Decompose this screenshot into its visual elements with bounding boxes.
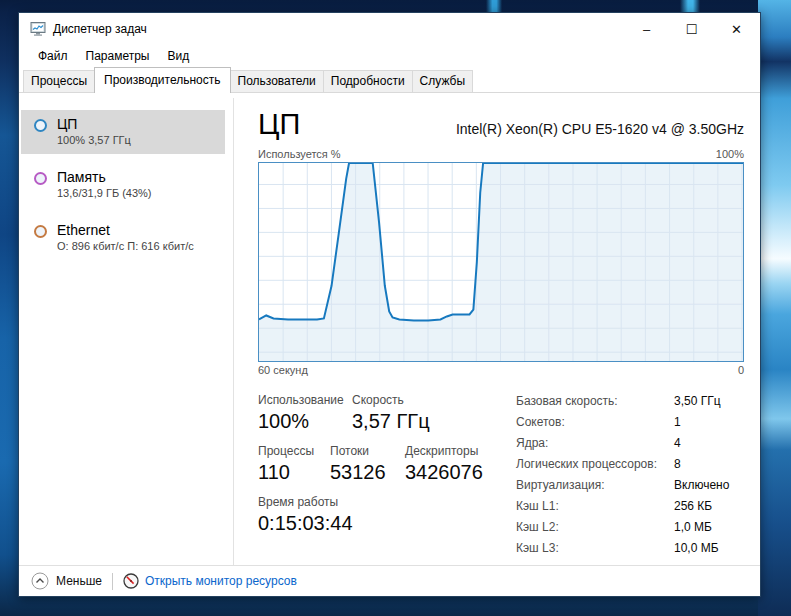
stat-cache-l2: Кэш L2: 1,0 МБ (516, 520, 729, 541)
ethernet-graph-thumbnail-icon (34, 225, 47, 238)
open-resource-monitor-link[interactable]: Открыть монитор ресурсов (123, 573, 297, 589)
stat-utilization: Использование 100% (258, 392, 352, 434)
desktop-background: Диспетчер задач – ☐ ✕ Файл Параметры Вид… (0, 0, 791, 616)
cpu-stats-dynamic: Использование 100% Скорость 3,57 ГГц Про… (258, 392, 494, 562)
tab-details[interactable]: Подробности (323, 70, 413, 92)
stat-logical-processors: Логических процессоров: 8 (516, 457, 729, 478)
menu-options[interactable]: Параметры (77, 47, 159, 65)
stat-virtualization: Виртуализация: Включено (516, 478, 729, 499)
cpu-model-name: Intel(R) Xeon(R) CPU E5-1620 v4 @ 3.50GH… (456, 121, 744, 140)
resource-monitor-label: Открыть монитор ресурсов (145, 574, 297, 588)
chart-axis-bottom: 60 секунд 0 (258, 364, 744, 376)
stat-sockets: Сокетов: 1 (516, 415, 729, 436)
menu-view[interactable]: Вид (158, 47, 198, 65)
stat-uptime: Время работы 0:15:03:44 (258, 494, 353, 536)
sidebar-item-title: Память (57, 168, 221, 186)
stat-processes: Процессы 110 (258, 443, 330, 485)
fewer-details-button[interactable]: Меньше (31, 572, 102, 590)
cpu-header: ЦП Intel(R) Xeon(R) CPU E5-1620 v4 @ 3.5… (258, 108, 744, 140)
resource-monitor-gauge-icon (123, 573, 139, 589)
performance-content: ЦП 100% 3,57 ГГц Память 13,6/31,9 ГБ (43… (19, 98, 760, 565)
tab-strip: Процессы Производительность Пользователи… (19, 67, 760, 93)
cpu-panel: ЦП Intel(R) Xeon(R) CPU E5-1620 v4 @ 3.5… (234, 98, 760, 565)
menu-file[interactable]: Файл (29, 47, 77, 65)
footer-bar: Меньше Открыть монитор ресурсов (19, 565, 760, 596)
chart-zero-label: 0 (738, 364, 744, 376)
chevron-up-circle-icon (31, 572, 49, 590)
sidebar-item-detail: О: 896 кбит/с П: 616 кбит/с (57, 239, 221, 253)
stat-threads: Потоки 53126 (330, 443, 405, 485)
chart-time-label: 60 секунд (258, 364, 308, 376)
menu-bar: Файл Параметры Вид (19, 45, 760, 67)
chart-usage-label: Используется % (258, 148, 341, 160)
wallpaper-light-beam (758, 0, 791, 616)
cpu-graph-thumbnail-icon (34, 119, 47, 132)
window-title: Диспетчер задач (53, 22, 147, 36)
titlebar: Диспетчер задач – ☐ ✕ (19, 13, 760, 45)
sidebar-item-memory[interactable]: Память 13,6/31,9 ГБ (43%) (21, 163, 225, 207)
stat-cache-l1: Кэш L1: 256 КБ (516, 499, 729, 520)
maximize-button[interactable]: ☐ (669, 13, 714, 45)
window-controls: – ☐ ✕ (624, 13, 760, 45)
panel-title: ЦП (258, 108, 300, 140)
stat-base-speed: Базовая скорость: 3,50 ГГц (516, 394, 729, 415)
chart-axis-top: Используется % 100% (258, 148, 744, 160)
stat-cores: Ядра: 4 (516, 436, 729, 457)
cpu-stats: Использование 100% Скорость 3,57 ГГц Про… (258, 392, 744, 562)
sidebar-item-title: Ethernet (57, 221, 221, 239)
cpu-stats-static: Базовая скорость: 3,50 ГГц Сокетов: 1 Яд… (516, 392, 729, 562)
tab-processes[interactable]: Процессы (23, 70, 95, 92)
footer-divider (112, 573, 113, 590)
sidebar-item-detail: 13,6/31,9 ГБ (43%) (57, 186, 221, 200)
memory-graph-thumbnail-icon (34, 172, 47, 185)
minimize-button[interactable]: – (624, 13, 669, 45)
sidebar-item-title: ЦП (57, 115, 221, 133)
tab-users[interactable]: Пользователи (230, 70, 324, 92)
stat-cache-l3: Кэш L3: 10,0 МБ (516, 541, 729, 562)
stat-speed: Скорость 3,57 ГГц (352, 392, 430, 434)
chart-max-label: 100% (716, 148, 744, 160)
stat-handles: Дескрипторы 3426076 (405, 443, 483, 485)
performance-sidebar: ЦП 100% 3,57 ГГц Память 13,6/31,9 ГБ (43… (19, 98, 234, 565)
sidebar-item-ethernet[interactable]: Ethernet О: 896 кбит/с П: 616 кбит/с (21, 216, 225, 260)
tab-performance[interactable]: Производительность (94, 67, 230, 93)
cpu-usage-graph (259, 163, 743, 361)
close-button[interactable]: ✕ (714, 13, 759, 45)
task-manager-window: Диспетчер задач – ☐ ✕ Файл Параметры Вид… (18, 12, 761, 597)
sidebar-item-cpu[interactable]: ЦП 100% 3,57 ГГц (21, 110, 225, 154)
cpu-usage-chart[interactable] (258, 162, 744, 362)
sidebar-item-detail: 100% 3,57 ГГц (57, 133, 221, 147)
tab-services[interactable]: Службы (412, 70, 473, 92)
task-manager-icon (30, 22, 46, 36)
fewer-details-label: Меньше (56, 574, 102, 588)
